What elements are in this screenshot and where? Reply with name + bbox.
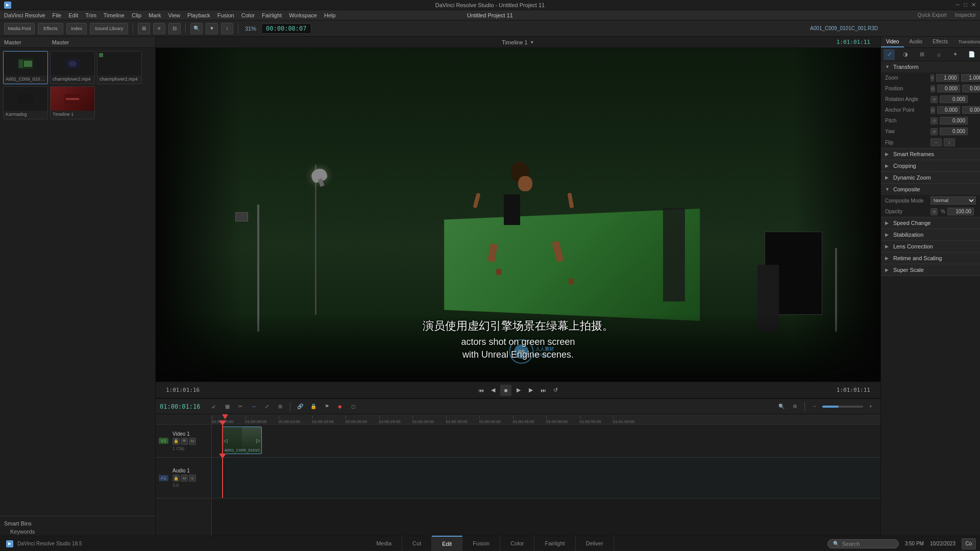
flip-v-btn[interactable]: ↕ bbox=[944, 138, 955, 146]
v1-eye-btn[interactable]: 👁 bbox=[181, 438, 188, 445]
a1-solo-btn[interactable]: S bbox=[189, 474, 196, 482]
menu-edit[interactable]: Edit bbox=[68, 12, 78, 18]
stab-header[interactable]: ▶ Stabilization bbox=[881, 229, 980, 240]
smart-reframes-header[interactable]: ▶ Smart Reframes bbox=[881, 148, 980, 160]
menu-clip[interactable]: Clip bbox=[132, 12, 141, 18]
tab-fusion[interactable]: Fusion bbox=[462, 536, 500, 551]
yaw-link-icon[interactable]: ◎ bbox=[930, 128, 938, 135]
zoom-x-input[interactable] bbox=[936, 74, 959, 82]
v1-mute-btn[interactable]: M bbox=[189, 438, 196, 445]
insp-file-icon[interactable]: 📄 bbox=[966, 49, 977, 60]
tl-link-btn[interactable]: 🔒 bbox=[308, 402, 319, 412]
pitch-link-icon[interactable]: ◎ bbox=[930, 117, 938, 124]
window-close[interactable]: ✕ bbox=[971, 2, 976, 8]
media-pool-btn[interactable]: Media Pool bbox=[4, 23, 35, 34]
search-btn[interactable]: 🔍 bbox=[190, 23, 203, 34]
zoom-y-input[interactable] bbox=[961, 74, 980, 82]
insp-audio-icon[interactable]: ♫ bbox=[933, 49, 944, 60]
menu-fusion[interactable]: Fusion bbox=[217, 12, 234, 18]
rotation-input[interactable] bbox=[940, 95, 968, 103]
composite-header[interactable]: ▼ Composite bbox=[881, 184, 980, 195]
position-x-input[interactable] bbox=[937, 85, 960, 92]
menu-help[interactable]: Help bbox=[324, 12, 336, 18]
insp-composite-icon[interactable]: ⊞ bbox=[917, 49, 928, 60]
cropping-header[interactable]: ▶ Cropping bbox=[881, 160, 980, 171]
stop-btn[interactable]: ■ bbox=[500, 385, 511, 396]
menu-timeline[interactable]: Timeline bbox=[104, 12, 125, 18]
super-scale-header[interactable]: ▶ Super Scale bbox=[881, 264, 980, 276]
tl-tool-2[interactable]: ▦ bbox=[222, 402, 233, 412]
tl-tool-4[interactable]: ↔ bbox=[248, 402, 259, 412]
tab-cut[interactable]: Cut bbox=[402, 536, 432, 551]
loop-btn[interactable]: ↺ bbox=[550, 385, 560, 395]
insp-transform-icon[interactable]: ⤢ bbox=[884, 49, 895, 60]
tl-tool-3[interactable]: ✂ bbox=[235, 402, 246, 412]
media-item-4[interactable]: Karmadog bbox=[3, 86, 48, 119]
effects-btn[interactable]: Effects bbox=[38, 23, 63, 34]
yaw-input[interactable] bbox=[940, 128, 968, 135]
inspector-tab-audio[interactable]: Audio bbox=[904, 37, 927, 47]
menu-file[interactable]: File bbox=[53, 12, 62, 18]
insp-color-icon[interactable]: ◑ bbox=[900, 49, 911, 60]
view-mode-btn-1[interactable]: ⊞ bbox=[138, 23, 150, 34]
anchor-x-input[interactable] bbox=[937, 106, 960, 114]
video-track-lane[interactable]: ◁ ▷ A001_C009_0101C_001.R3D bbox=[212, 424, 880, 458]
anchor-y-input[interactable] bbox=[962, 106, 980, 114]
timeline-main[interactable]: 01:00:00:00 01:00:05:00 01:00:10:00 01:0… bbox=[212, 414, 880, 546]
video-clip-1[interactable]: ◁ ▷ A001_C009_0101C_001.R3D bbox=[222, 427, 262, 454]
inspector-tab-video[interactable]: Video bbox=[881, 37, 904, 47]
opacity-input[interactable] bbox=[947, 208, 974, 215]
inspector-tab-transitions[interactable]: Transitions bbox=[953, 37, 980, 47]
a1-lock-btn[interactable]: 🔒 bbox=[173, 474, 180, 482]
menu-view[interactable]: View bbox=[168, 12, 180, 18]
media-item-1[interactable]: A001_C009_0101C_001.R3D bbox=[3, 51, 48, 84]
tl-tool-1[interactable]: ↙ bbox=[208, 402, 219, 412]
window-minimize[interactable]: ─ bbox=[956, 2, 960, 8]
tl-settings-btn[interactable]: ⚙ bbox=[789, 402, 800, 412]
tl-zoom-in[interactable]: + bbox=[865, 402, 876, 412]
flip-h-btn[interactable]: ↔ bbox=[930, 138, 942, 146]
tl-snap-btn[interactable]: 🔗 bbox=[295, 402, 306, 412]
v1-lock-btn[interactable]: 🔒 bbox=[173, 438, 180, 445]
media-item-5[interactable]: Timeline 1 bbox=[50, 86, 95, 119]
step-back[interactable]: ◀ bbox=[488, 385, 498, 395]
a1-eye-btn[interactable]: M bbox=[181, 474, 188, 482]
comp-mode-select[interactable]: Normal bbox=[930, 196, 976, 205]
opacity-link[interactable]: ◎ bbox=[930, 208, 938, 215]
tl-tool-5[interactable]: ⤢ bbox=[261, 402, 273, 412]
menu-fairlight[interactable]: Fairlight bbox=[262, 12, 282, 18]
view-mode-btn-2[interactable]: ≡ bbox=[153, 23, 165, 34]
transform-header[interactable]: ▼ Transform bbox=[881, 61, 980, 72]
playback-to-start[interactable]: ⏮ bbox=[476, 385, 486, 395]
lens-header[interactable]: ▶ Lens Correction bbox=[881, 241, 980, 252]
tl-tool-6[interactable]: ⊞ bbox=[275, 402, 286, 412]
media-item-2[interactable]: charmplover2.mp4 bbox=[50, 51, 95, 84]
tab-deliver[interactable]: Deliver bbox=[576, 536, 614, 551]
co-badge[interactable]: Co bbox=[962, 538, 976, 549]
taskbar-search-container[interactable]: 🔍 Search bbox=[827, 539, 899, 548]
inspector-label[interactable]: Inspector bbox=[955, 12, 976, 18]
menu-trim[interactable]: Trim bbox=[85, 12, 96, 18]
menu-workspace[interactable]: Workspace bbox=[289, 12, 317, 18]
playback-to-end[interactable]: ⏭ bbox=[538, 385, 548, 395]
position-y-input[interactable] bbox=[962, 85, 980, 92]
quick-export-label[interactable]: Quick Export bbox=[918, 12, 947, 18]
tab-color[interactable]: Color bbox=[500, 536, 534, 551]
inspector-tab-effects[interactable]: Effects bbox=[927, 37, 953, 47]
view-mode-btn-3[interactable]: ⊟ bbox=[168, 23, 181, 34]
menu-davinci-resolve[interactable]: DaVinci Resolve bbox=[4, 12, 45, 18]
insp-effects-icon[interactable]: ✦ bbox=[949, 49, 961, 60]
dynamic-zoom-header[interactable]: ▶ Dynamic Zoom bbox=[881, 172, 980, 183]
sort-btn[interactable]: ↕ bbox=[221, 23, 233, 34]
tl-zoom-slider[interactable] bbox=[822, 406, 863, 408]
smart-bins-keywords[interactable]: Keywords bbox=[4, 528, 151, 536]
speed-header[interactable]: ▶ Speed Change bbox=[881, 217, 980, 229]
index-btn[interactable]: Index bbox=[66, 23, 87, 34]
tl-search-btn[interactable]: 🔍 bbox=[776, 402, 787, 412]
anchor-link-icon[interactable]: ◎ bbox=[930, 107, 935, 114]
step-forward[interactable]: ▶ bbox=[526, 385, 536, 395]
menu-color[interactable]: Color bbox=[241, 12, 255, 18]
menu-mark[interactable]: Mark bbox=[149, 12, 161, 18]
audio-track-lane[interactable] bbox=[212, 458, 880, 498]
tl-zoom-out[interactable]: − bbox=[809, 402, 820, 412]
